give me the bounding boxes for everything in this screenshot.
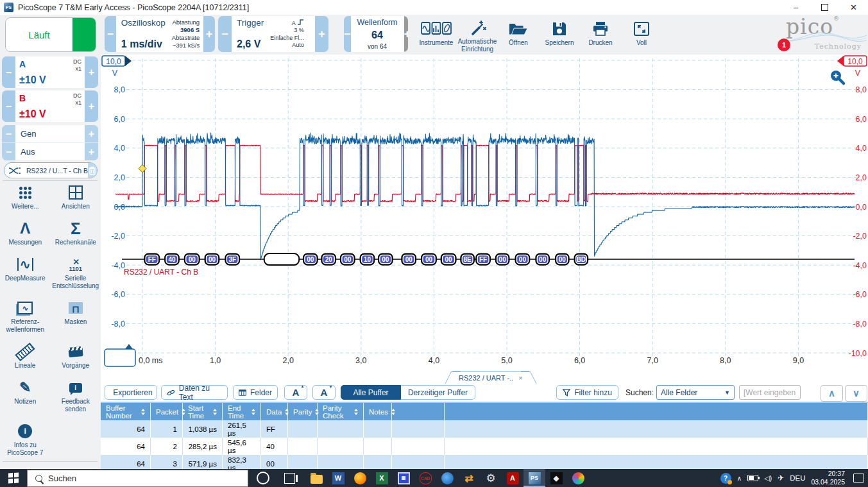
left-axis-scale-tag[interactable]: 10,0 — [102, 56, 132, 66]
gen-label[interactable]: Gen — [15, 125, 85, 142]
toolbar-button-voll[interactable]: Voll — [621, 17, 662, 53]
channel-a-card[interactable]: A DCx1 ±10 V — [2, 56, 98, 88]
column-header-buffer-number[interactable]: Buffer Number — [101, 403, 151, 420]
fields-button[interactable]: Felder — [233, 385, 278, 400]
taskbar-app-word[interactable]: W — [327, 469, 349, 487]
add-filter-button[interactable]: Filter hinzu — [556, 385, 618, 400]
network-icon[interactable]: ✈ — [778, 474, 784, 483]
minimize-button[interactable]: – — [781, 0, 810, 15]
column-header-end-time[interactable]: End Time — [223, 403, 261, 420]
sidebar-item-messungen[interactable]: ΛMessungen — [0, 219, 51, 246]
scope-display[interactable]: FF4000003F00200010000000008EFF00000000BD… — [101, 55, 868, 371]
run-green-indicator[interactable] — [72, 18, 96, 51]
sidebar-item-lineale[interactable]: Lineale — [0, 342, 51, 370]
right-axis-scale-tag[interactable]: 10,0 — [837, 56, 867, 66]
channel-b-increase-button[interactable] — [85, 90, 98, 122]
taskbar-app-acrobat[interactable]: A — [502, 469, 523, 487]
taskbar-app-thunderbird[interactable] — [436, 469, 458, 487]
channel-b-card[interactable]: B DCx1 ±10 V — [2, 90, 98, 122]
sidebar-item-masken[interactable]: ⊓Masken — [51, 298, 101, 334]
taskbar-app-file-explorer[interactable] — [305, 469, 327, 487]
serial-decoder-button[interactable]: RS232 / U...T - Ch B — [4, 162, 98, 178]
start-button[interactable] — [0, 469, 27, 487]
taskbar-app-firefox[interactable] — [349, 469, 371, 487]
gen-increase-button[interactable] — [85, 125, 98, 142]
notification-center-icon[interactable] — [853, 474, 864, 483]
toolbar-button-speichern[interactable]: Speichern — [539, 17, 580, 53]
gen-state-decrease-button[interactable] — [2, 143, 15, 160]
run-stop-button[interactable]: Läuft — [5, 17, 96, 52]
waveform-prev-button[interactable]: − — [344, 16, 351, 52]
table-row[interactable]: 642285,2 µs545,6 µs40 — [101, 438, 868, 455]
taskbar-search[interactable]: Suchen — [27, 470, 248, 487]
current-buffer-button[interactable]: Derzeitiger Puffer — [401, 385, 475, 400]
trigger-settings[interactable]: Trigger 2,6 V A 3 % Einfache Fl... Auto — [232, 16, 315, 52]
task-view-button[interactable] — [284, 473, 295, 484]
taskbar-app-picoscope[interactable]: PS — [523, 469, 545, 487]
font-decrease-button[interactable]: A — [312, 385, 336, 400]
cortana-button[interactable] — [257, 472, 269, 484]
sidebar-item-feedback-senden[interactable]: iFeedback senden — [51, 378, 101, 413]
sidebar-item-deepmeasure[interactable]: ∿DeepMeasure — [0, 255, 51, 290]
battery-icon[interactable] — [747, 475, 758, 481]
sidebar-item-infos-zu-picoscope-7[interactable]: iInfos zu PicoScope 7 — [0, 422, 51, 457]
sidebar-item-ansichten[interactable]: Ansichten — [51, 183, 101, 210]
export-button[interactable]: Exportieren — [105, 385, 157, 400]
search-field-select[interactable]: Alle Felder▼ — [656, 385, 735, 400]
taskbar-app-excel[interactable]: X — [371, 469, 393, 487]
column-header-data[interactable]: Data — [261, 403, 288, 420]
help-tray-icon[interactable]: ? — [720, 473, 731, 484]
waveform-counter[interactable]: Wellenform 64 von 64 — [351, 16, 404, 52]
taskbar-app-backup-tool[interactable]: ▤ — [393, 469, 414, 487]
timebase-settings[interactable]: Oszilloskop 1 ms/div Abtastung 3906 S Ab… — [116, 16, 203, 52]
channel-a-decrease-button[interactable] — [2, 56, 15, 88]
data-to-text-button[interactable]: Daten zu Text — [161, 385, 228, 400]
timebase-increase-button[interactable]: + — [203, 16, 215, 52]
all-buffers-button[interactable]: Alle Puffer — [341, 385, 401, 400]
column-header-notes[interactable]: Notes — [364, 403, 392, 420]
taskbar-app-megacad[interactable]: CAD — [414, 469, 436, 487]
clock[interactable]: 20:3703.04.2025 — [811, 470, 845, 486]
column-header-parity-check[interactable]: Parity Check — [318, 403, 364, 420]
timebase-decrease-button[interactable]: − — [105, 16, 116, 52]
channel-b-decrease-button[interactable] — [2, 90, 15, 122]
column-header-parity[interactable]: Parity — [288, 403, 318, 420]
notification-badge[interactable]: 1 — [778, 38, 790, 51]
tray-chevron-icon[interactable]: ∧ — [737, 475, 742, 482]
search-prev-button[interactable]: ∧ — [821, 385, 843, 402]
sidebar-item-weitere-[interactable]: Weitere... — [0, 183, 51, 210]
buffer-overview-box[interactable] — [105, 344, 135, 366]
toolbar-button-drucken[interactable]: Drucken — [580, 17, 621, 53]
sidebar-item-notizen[interactable]: ✎Notizen — [0, 378, 51, 413]
sidebar-item-referenz-wellenformen[interactable]: ∿Referenz- wellenformen — [0, 298, 51, 334]
trigger-increase-button[interactable]: + — [315, 16, 328, 52]
sidebar-item-rechenkan-le[interactable]: ΣRechenkanäle — [51, 219, 101, 246]
gen-state[interactable]: Aus — [15, 143, 85, 160]
taskbar-app-remote-tool[interactable]: ⇄ — [458, 469, 480, 487]
maximize-button[interactable] — [810, 0, 839, 15]
decoder-delete-button[interactable] — [88, 163, 97, 178]
gen-decrease-button[interactable] — [2, 125, 15, 142]
column-header-packet[interactable]: Packet — [151, 403, 183, 420]
language-indicator[interactable]: DEU — [790, 474, 805, 482]
scope-canvas[interactable]: FF4000003F00200010000000008EFF00000000BD… — [101, 55, 868, 371]
volume-icon[interactable]: ◁) — [764, 474, 772, 483]
decoder-tab[interactable]: RS232 / UART -.. × — [452, 371, 529, 384]
taskbar-app-paint[interactable] — [567, 469, 589, 487]
search-next-button[interactable]: ∨ — [845, 385, 867, 402]
font-increase-button[interactable]: A — [284, 385, 307, 400]
trigger-decrease-button[interactable]: − — [218, 16, 232, 52]
taskbar-app-settings[interactable]: ⚙ — [480, 469, 502, 487]
column-header-start-time[interactable]: Start Time — [183, 403, 223, 420]
waveform-next-button[interactable]: + — [404, 16, 409, 52]
channel-a-increase-button[interactable] — [85, 56, 98, 88]
zoom-tool-icon[interactable] — [831, 71, 844, 83]
close-button[interactable]: ✕ — [839, 0, 868, 15]
trigger-marker[interactable] — [139, 165, 146, 173]
toolbar-button-automatische-einrichtung[interactable]: Automatische Einrichtung — [457, 17, 498, 53]
decoder-tab-close-button[interactable]: × — [518, 374, 522, 382]
toolbar-button-instrumente[interactable]: Instrumente — [416, 17, 457, 53]
gen-state-increase-button[interactable] — [85, 143, 98, 160]
sidebar-item-vorg-nge[interactable]: Vorgänge — [51, 342, 101, 370]
taskbar-app-launcher[interactable]: ◆ — [545, 469, 567, 487]
